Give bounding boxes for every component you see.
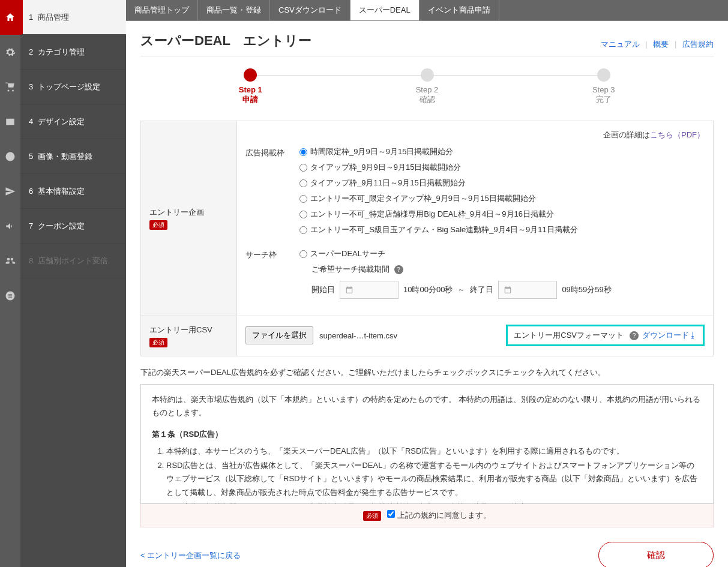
stepper: Step 1申請 Step 2確認 Step 3完了 — [226, 68, 628, 105]
step-1: Step 1申請 — [226, 68, 274, 105]
ad-option-1[interactable]: タイアップ枠_9月9日～9月15日掲載開始分 — [299, 162, 705, 173]
ad-option-4[interactable]: エントリー不可_特定店舗様専用Big DEAL枠_9月4日～9月16日掲載分 — [299, 209, 705, 220]
search-slot-label: サーチ枠 — [245, 248, 299, 260]
radio-input[interactable] — [299, 226, 307, 234]
sidebar-item-products[interactable]: 1商品管理 — [20, 0, 126, 35]
sidebar-item-label: 店舗別ポイント変倍 — [38, 256, 108, 266]
download-icon: ⭳ — [689, 331, 697, 340]
sidebar-item-label: クーポン設定 — [38, 221, 85, 232]
radio-input[interactable] — [299, 148, 307, 156]
terms-box[interactable]: 本特約は、楽天市場広告規約（以下「本規約」といいます）の特約を定めたものです。 … — [140, 384, 714, 504]
confirm-button[interactable]: 確認 — [598, 542, 714, 567]
end-time-text: 09時59分59秒 — [562, 284, 611, 295]
ad-option-0[interactable]: 時間限定枠_9月9日～9月15日掲載開始分 — [299, 146, 705, 157]
required-badge: 必須 — [149, 338, 167, 347]
sidebar-item-basic[interactable]: 6基本情報設定 — [20, 174, 126, 209]
back-link[interactable]: < エントリー企画一覧に戻る — [140, 550, 241, 561]
rail-window-icon[interactable] — [0, 104, 20, 139]
tab-top[interactable]: 商品管理トップ — [126, 0, 198, 20]
sidebar-item-points[interactable]: 8店舗別ポイント変倍 — [20, 244, 126, 278]
tab-event[interactable]: イベント商品申請 — [420, 0, 499, 20]
help-icon[interactable]: ? — [394, 265, 403, 274]
step-dot-icon — [244, 68, 257, 82]
radio-input[interactable] — [299, 195, 307, 203]
start-date-label: 開始日 — [311, 284, 335, 295]
step-dot-icon — [421, 68, 434, 82]
radio-input[interactable] — [299, 179, 307, 187]
sidebar-item-label: デザイン設定 — [38, 116, 85, 127]
download-link[interactable]: ダウンロード⭳ — [642, 330, 697, 341]
ad-option-5[interactable]: エントリー不可_S級目玉アイテム・Big Sale連動枠_9月4日～9月11日掲… — [299, 224, 705, 235]
rail-list-icon[interactable] — [0, 278, 20, 313]
search-option[interactable]: スーパーDEALサーチ — [299, 248, 705, 259]
tilde: ～ — [457, 284, 465, 295]
ad-slot-label: 広告掲載枠 — [245, 146, 299, 158]
end-date-input[interactable] — [498, 281, 557, 299]
icon-rail — [0, 0, 20, 567]
header-links: マニュアル | 概要 | 広告規約 — [601, 39, 714, 50]
required-badge: 必須 — [363, 511, 381, 521]
sidebar-item-label: カテゴリ管理 — [38, 47, 85, 58]
rail-users-icon[interactable] — [0, 244, 20, 278]
search-period-label: ご希望サーチ掲載期間 — [311, 265, 390, 274]
selected-file-name: superdeal-…t-item.csv — [319, 331, 397, 340]
calendar-icon — [504, 286, 512, 294]
radio-input[interactable] — [299, 250, 307, 258]
link-ad-terms[interactable]: 広告規約 — [682, 40, 714, 49]
link-detail-pdf[interactable]: こちら（PDF） — [650, 130, 705, 139]
terms-item: RSD広告とは、当社が広告媒体として、「楽天スーパーDEAL」の名称で運営するモ… — [166, 459, 702, 499]
file-select-button[interactable]: ファイルを選択 — [245, 326, 313, 344]
ad-option-3[interactable]: エントリー不可_限定タイアップ枠_9月9日～9月15日掲載開始分 — [299, 193, 705, 204]
terms-item: 本特約は、本サービスのうち、「楽天スーパーDEAL広告」（以下「RSD広告」とい… — [166, 445, 702, 458]
rail-gear-icon[interactable] — [0, 35, 20, 70]
sidebar-item-media[interactable]: 5画像・動画登録 — [20, 139, 126, 174]
row-csv-header: エントリー用CSV 必須 — [141, 316, 237, 356]
tab-csv[interactable]: CSVダウンロード — [270, 0, 350, 20]
ad-option-2[interactable]: タイアップ枠_9月11日～9月15日掲載開始分 — [299, 178, 705, 188]
link-overview[interactable]: 概要 — [653, 40, 669, 49]
rail-home-icon[interactable] — [0, 0, 20, 35]
start-date-input[interactable] — [340, 281, 399, 299]
radio-input[interactable] — [299, 211, 307, 218]
sidebar: 1商品管理 2カテゴリ管理 3トップページ設定 4デザイン設定 5画像・動画登録… — [20, 0, 126, 567]
sidebar-item-category[interactable]: 2カテゴリ管理 — [20, 35, 126, 70]
terms-preamble: 本特約は、楽天市場広告規約（以下「本規約」といいます）の特約を定めたものです。 … — [152, 393, 702, 419]
sidebar-item-toppage[interactable]: 3トップページ設定 — [20, 70, 126, 104]
calendar-icon — [345, 286, 353, 294]
rail-chart-icon[interactable] — [0, 139, 20, 174]
agree-label: 上記の規約に同意します。 — [397, 511, 491, 520]
tabs: 商品管理トップ 商品一覧・登録 CSVダウンロード スーパーDEAL イベント商… — [126, 0, 728, 21]
step-3: Step 3完了 — [580, 68, 628, 105]
sidebar-item-design[interactable]: 4デザイン設定 — [20, 104, 126, 139]
detail-link-row: 企画の詳細はこちら（PDF） — [245, 130, 705, 140]
page-title: スーパーDEAL エントリー — [140, 32, 312, 50]
start-time-text: 10時00分00秒 — [403, 284, 453, 295]
row-entry-title: エントリー企画 — [149, 207, 228, 218]
radio-input[interactable] — [299, 164, 307, 172]
step-2: Step 2確認 — [403, 68, 451, 105]
sidebar-item-coupon[interactable]: 7クーポン設定 — [20, 209, 126, 244]
terms-article-title: 第１条（RSD広告） — [152, 428, 702, 441]
link-manual[interactable]: マニュアル — [601, 40, 640, 49]
terms-intro: 下記の楽天スーパーDEAL広告規約を必ずご確認ください。ご理解いただけましたらチ… — [140, 367, 714, 378]
sidebar-item-label: トップページ設定 — [38, 82, 100, 92]
help-icon[interactable]: ? — [630, 331, 639, 340]
form-table: エントリー企画 必須 企画の詳細はこちら（PDF） 広告掲載枠 時間限定枠_9月… — [140, 121, 714, 356]
end-date-label: 終了日 — [470, 284, 493, 295]
sidebar-item-label: 商品管理 — [38, 12, 69, 23]
agree-checkbox[interactable] — [387, 510, 395, 518]
row-csv-title: エントリー用CSV — [149, 325, 228, 335]
sidebar-item-label: 画像・動画登録 — [38, 151, 92, 162]
agree-bar: 必須 上記の規約に同意します。 — [140, 504, 714, 527]
tab-superdeal[interactable]: スーパーDEAL — [350, 0, 420, 20]
step-dot-icon — [597, 68, 610, 82]
required-badge: 必須 — [149, 220, 167, 230]
csv-format-highlight: エントリー用CSVフォーマット ? ダウンロード⭳ — [506, 325, 705, 346]
rail-megaphone-icon[interactable] — [0, 209, 20, 244]
rail-send-icon[interactable] — [0, 174, 20, 209]
sidebar-item-label: 基本情報設定 — [38, 186, 85, 197]
tab-list[interactable]: 商品一覧・登録 — [198, 0, 270, 20]
rail-cart-icon[interactable] — [0, 70, 20, 104]
row-entry-header: エントリー企画 必須 — [141, 121, 237, 316]
main: 商品管理トップ 商品一覧・登録 CSVダウンロード スーパーDEAL イベント商… — [126, 0, 728, 567]
